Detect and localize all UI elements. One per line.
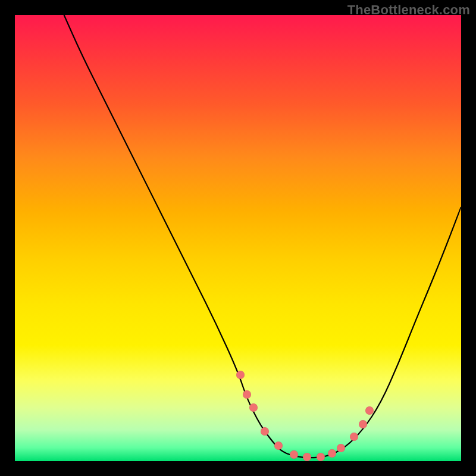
curve-layer <box>15 15 461 461</box>
highlight-dot <box>359 420 367 428</box>
highlight-dot <box>328 449 336 458</box>
highlight-dot <box>236 371 245 379</box>
highlight-dot <box>365 406 374 415</box>
plot-area <box>15 15 461 461</box>
highlight-dot <box>350 433 358 441</box>
highlight-dot <box>290 450 298 459</box>
bottleneck-curve <box>64 15 462 458</box>
highlight-dot <box>317 453 325 461</box>
highlight-dot <box>303 453 311 461</box>
highlight-dot <box>261 427 269 436</box>
highlight-dot <box>337 444 345 452</box>
highlight-dot <box>243 390 251 399</box>
highlight-dot <box>249 403 258 412</box>
highlight-dot <box>274 441 283 450</box>
chart-frame: TheBottleneck.com <box>0 0 476 476</box>
